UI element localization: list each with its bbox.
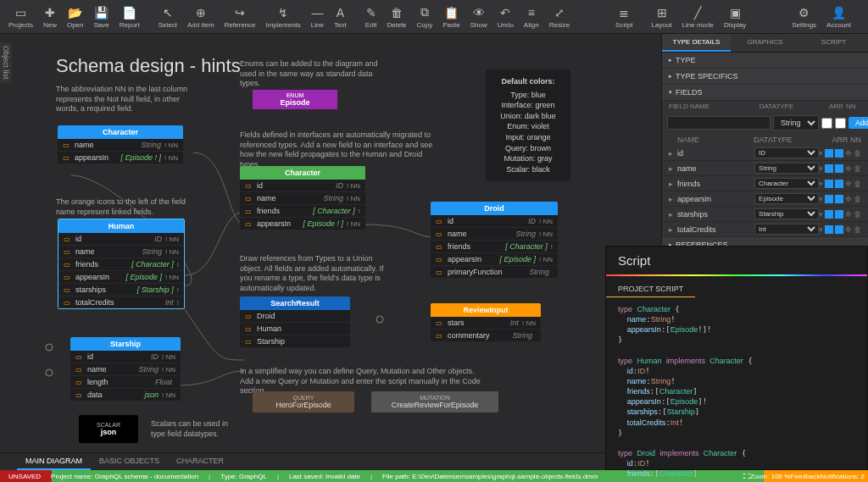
field-list-item[interactable]: ▸totalCreditsInt▾✥🗑 (662, 222, 868, 237)
tab-main-diagram[interactable]: MAIN DIAGRAM (17, 453, 91, 470)
entity-searchresult[interactable]: SearchResult ▭Droid▭Human▭Starship (240, 296, 350, 347)
show-icon: 👁 (473, 5, 485, 20)
toolbar-reference[interactable]: ↪Reference (220, 3, 261, 30)
account-icon: 👤 (832, 5, 846, 20)
add-field-button[interactable]: Add (849, 117, 868, 129)
toolbar-edit[interactable]: ✎Edit (360, 3, 382, 30)
toolbar-select[interactable]: ↖Select (153, 3, 182, 30)
toolbar-add-item[interactable]: ⊕Add item (182, 3, 220, 30)
field-row[interactable]: ▭idID! NN (58, 233, 184, 246)
entity-droid[interactable]: Droid ▭idID! NN▭nameString! NN▭friends[ … (431, 202, 558, 278)
object-list-tab[interactable]: Object list (0, 42, 12, 83)
script-code: type Character { name:String! appearsIn:… (606, 297, 867, 482)
field-row[interactable]: ▭lengthFloat (70, 376, 181, 389)
field-datatype-select[interactable]: String (773, 115, 819, 130)
toolbar-script[interactable]: ≣Script (610, 3, 637, 30)
field-list-item[interactable]: ▸starshipsStarship▾✥🗑 (662, 207, 868, 222)
field-row[interactable]: ▭appearsIn[ Episode ]! NN (431, 253, 558, 266)
field-row[interactable]: ▭appearsIn[ Episode ! ]! NN (240, 218, 365, 230)
field-row[interactable]: ▭appearsIn[ Episode ]! NN (58, 271, 184, 284)
field-row[interactable]: ▭nameString! NN (58, 139, 183, 152)
toolbar-account[interactable]: 👤Account (821, 3, 856, 30)
field-row[interactable]: ▭idID! NN (70, 351, 181, 363)
field-row[interactable]: ▭friends[ Character ]! (58, 258, 184, 271)
add item-icon: ⊕ (196, 5, 206, 20)
unsaved-badge: UNSAVED (3, 473, 46, 480)
projects-icon: ▭ (15, 5, 26, 20)
toolbar-implements[interactable]: ↯Implements (260, 3, 305, 30)
field-row[interactable]: ▭Starship (240, 335, 350, 347)
tab-character[interactable]: CHARACTER (168, 453, 232, 470)
entity-character-interface[interactable]: Character ▭idID! NN▭nameString! NN▭frien… (240, 166, 365, 230)
toolbar-layout[interactable]: ⊞Layout (647, 3, 677, 30)
toolbar-report[interactable]: 📄Report (114, 3, 145, 30)
toolbar-line[interactable]: —Line (306, 3, 329, 30)
field-nn-checkbox[interactable] (835, 118, 846, 129)
entity-episode-enum[interactable]: ENUM Episode (253, 86, 337, 113)
toolbar-new[interactable]: ✚New (38, 3, 62, 30)
note-linked: The orange icons to the left of the fiel… (56, 197, 192, 217)
entity-json-scalar[interactable]: SCALAR json (79, 415, 138, 443)
field-name-input[interactable] (667, 116, 771, 130)
field-row[interactable]: ▭starships[ Starship ]! (58, 284, 184, 296)
field-row[interactable]: ▭Human (240, 323, 350, 335)
field-row[interactable]: ▭appearsIn[ Episode ! ]! NN (58, 152, 183, 163)
field-row[interactable]: ▭friends[ Character ]! (240, 205, 365, 218)
diagram-canvas[interactable]: Schema design - hints The abbreviation N… (15, 34, 659, 457)
entity-create-mutation[interactable]: MUTATION CreateReviewForEpisode (371, 391, 498, 413)
field-row[interactable]: ▭nameString! NN (240, 192, 365, 205)
section-type[interactable]: ▸TYPE (662, 53, 868, 69)
rtab-graphics[interactable]: GRAPHICS (731, 34, 799, 52)
field-row[interactable]: ▭friends[ Character ]! (431, 241, 558, 253)
section-fields[interactable]: ▾FIELDS (662, 85, 868, 101)
field-list-item[interactable]: ▸friendsCharacter▾✥🗑 (662, 176, 868, 191)
toolbar-text[interactable]: AText (329, 3, 352, 30)
field-row[interactable]: ▭idID! NN (240, 180, 365, 192)
toolbar-save[interactable]: 💾Save (89, 3, 114, 30)
section-type-specifics[interactable]: ▸TYPE SPECIFICS (662, 69, 868, 85)
page-title: Schema design - hints (56, 55, 241, 77)
toolbar-copy[interactable]: ⧉Copy (412, 3, 438, 30)
field-row[interactable]: ▭nameString! NN (70, 363, 181, 376)
toolbar-line-mode[interactable]: ╱Line mode (677, 3, 719, 30)
toolbar-settings[interactable]: ⚙Settings (787, 3, 821, 30)
field-row[interactable]: ▭totalCreditsInt! (58, 296, 184, 308)
toolbar-projects[interactable]: ▭Projects (3, 3, 38, 30)
toolbar-resize[interactable]: ⤢Resize (544, 3, 575, 30)
rtab-script[interactable]: SCRIPT (799, 34, 868, 52)
toolbar-align[interactable]: ≡Align (519, 3, 544, 30)
field-row[interactable]: ▭commentaryString (431, 330, 541, 341)
field-row[interactable]: ▭nameString! NN (58, 246, 184, 258)
undo-icon: ↶ (500, 5, 510, 20)
entity-hero-query[interactable]: QUERY HeroForEpisode (253, 391, 354, 413)
toolbar-delete[interactable]: 🗑Delete (381, 3, 411, 30)
field-row[interactable]: ▭Droid (240, 310, 350, 323)
toolbar-open[interactable]: 📂Open (62, 3, 89, 30)
script-icon: ≣ (619, 5, 629, 20)
field-row[interactable]: ▭primaryFunctionString (431, 266, 558, 278)
script-tab[interactable]: PROJECT SCRIPT (606, 281, 695, 297)
field-list-item[interactable]: ▸nameString▾✥🗑 (662, 161, 868, 176)
toolbar-show[interactable]: 👁Show (465, 3, 492, 30)
field-list-item[interactable]: ▸appearsInEpisode▾✥🗑 (662, 191, 868, 207)
toolbar-display[interactable]: ▣Display (719, 3, 751, 30)
toolbar-paste[interactable]: 📋Paste (437, 3, 465, 30)
toolbar-undo[interactable]: ↶Undo (492, 3, 519, 30)
note-union: Draw references from Types to a Union ob… (240, 254, 384, 294)
save-icon: 💾 (94, 5, 108, 20)
main-toolbar: ▭Projects✚New📂Open💾Save📄Report↖Select⊕Ad… (0, 0, 868, 34)
field-row[interactable]: ▭datajson! NN (70, 389, 181, 401)
rtab-type-details[interactable]: TYPE DETAILS (662, 34, 731, 52)
field-arr-checkbox[interactable] (821, 118, 832, 129)
field-row[interactable]: ▭nameString! NN (431, 228, 558, 241)
field-list-item[interactable]: ▸idID▾✥🗑 (662, 146, 868, 161)
entity-reviewinput[interactable]: ReviewInput ▭starsInt! NN▭commentaryStri… (431, 303, 541, 341)
field-row[interactable]: ▭idID! NN (431, 215, 558, 228)
new-icon: ✚ (45, 5, 55, 20)
tab-basic-objects[interactable]: BASIC OBJECTS (91, 453, 168, 470)
entity-human[interactable]: Human ▭idID! NN▭nameString! NN▭friends[ … (58, 219, 185, 309)
entity-character-type[interactable]: Character ▭nameString! NN▭appearsIn[ Epi… (58, 125, 183, 163)
field-row[interactable]: ▭starsInt! NN (431, 317, 541, 330)
delete-icon: 🗑 (391, 5, 403, 20)
entity-starship[interactable]: Starship ▭idID! NN▭nameString! NN▭length… (70, 337, 181, 401)
